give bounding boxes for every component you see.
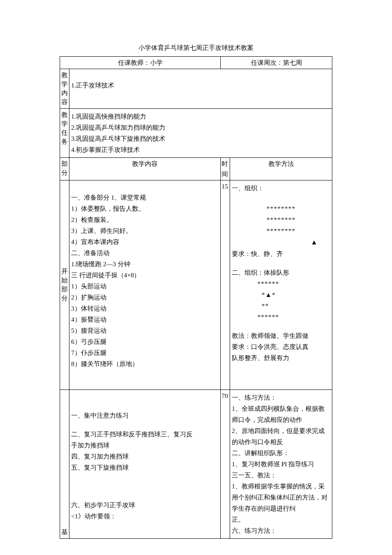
content-line: <1》动作要领： bbox=[71, 511, 219, 521]
col-method: 教学方法 bbox=[230, 158, 332, 180]
task-item: 2.巩固提高乒乓球加力挡球的能力 bbox=[71, 122, 330, 133]
lesson-table: 任课教师：小学 任课周次：第七周 教学内容 1.正手攻球技术 教学任务 1.巩固… bbox=[60, 56, 332, 539]
method-line: 二、讲解组织队形： bbox=[232, 448, 330, 458]
ex-item: 2）扩胸运动 bbox=[71, 292, 219, 302]
teach-content-value: 1.正手攻球技术 bbox=[69, 69, 332, 109]
basic-time: 70 bbox=[221, 390, 230, 539]
start-content: 一、准备部分 1、课堂常规 1）体委整队，报告人数。 2）检查服装。 3）上课、… bbox=[69, 180, 221, 390]
start-method: 一、组织： ******** ******** ******** ▲ 要求：快、… bbox=[230, 180, 332, 390]
formation-stars: ****** bbox=[232, 312, 330, 322]
formation-stars: ******** bbox=[232, 203, 330, 214]
ex-item: 4）振臂运动 bbox=[71, 314, 219, 325]
teach-content-row: 教学内容 1.正手攻球技术 bbox=[60, 69, 332, 109]
basic-part-label: 基 bbox=[60, 390, 69, 539]
method-line: 二、组织：体操队形 bbox=[232, 267, 330, 278]
basic-part-row: 基 一、集中注意力练习 二、复习正手挡球和反手推挡球三、复习反 手加力推挡球 四… bbox=[60, 390, 332, 539]
method-line: 队形整齐、舒展有力 bbox=[232, 353, 330, 363]
col-time: 时间 bbox=[221, 158, 230, 180]
formation-stars: ** bbox=[232, 301, 330, 311]
method-line: 用个别纠正和集体纠正的方法，对 bbox=[232, 492, 330, 503]
content-line: 四、复习加力推挡球 bbox=[71, 451, 219, 462]
ex-item: 8）膝关节绕环（原地） bbox=[71, 359, 219, 369]
start-part-row: 开始部分 一、准备部分 1、课堂常规 1）体委整队，报告人数。 2）检查服装。 … bbox=[60, 180, 332, 390]
method-line: 三一五、教法： bbox=[232, 470, 330, 480]
vertical-label: 教学任务 bbox=[61, 110, 68, 146]
prep-item: 3）上课、师生问好。 bbox=[71, 226, 219, 236]
method-line: 1、复习时教师巡 PI 指导练习 bbox=[232, 459, 330, 469]
ex-item: 3）体转运动 bbox=[71, 303, 219, 314]
triangle-icon: ▲ bbox=[232, 237, 330, 248]
formation-stars: ******** bbox=[232, 215, 330, 225]
formation-stars: ****** bbox=[232, 279, 330, 289]
method-line: 一、练习方法： bbox=[232, 392, 330, 403]
method-line: 1、全班成四列横队集合，根据教 bbox=[232, 404, 330, 414]
method-line: 的动作与口令相反 bbox=[232, 437, 330, 447]
formation-stars: *▲* bbox=[232, 290, 330, 300]
teach-content-label: 教学内容 bbox=[60, 69, 69, 109]
ex-item: 6）弓步压腿 bbox=[71, 337, 219, 347]
method-line: 要求：口令洪亮、态度认真 bbox=[232, 342, 330, 352]
vertical-label: 开始部分 bbox=[61, 267, 68, 303]
ex-item: 5）腹背运动 bbox=[71, 325, 219, 336]
content-line: 六、初步学习正手攻球 bbox=[71, 500, 219, 510]
method-line: 2、原地四面转向，但是要求完成 bbox=[232, 426, 330, 436]
column-header-row: 部分 教学内容 时间 教学方法 bbox=[60, 158, 332, 180]
header-row: 任课教师：小学 任课周次：第七周 bbox=[60, 57, 332, 69]
ex-item: 1）头部运动 bbox=[71, 281, 219, 291]
content-line: 五、复习下旋推挡球 bbox=[71, 462, 219, 473]
content-line: 二、复习正手挡球和反手推挡球三、复习反 bbox=[71, 429, 219, 439]
formation-stars: ******** bbox=[232, 226, 330, 236]
col-part: 部分 bbox=[60, 158, 69, 180]
act-item: 三 行进间徒手操（4×8） bbox=[71, 270, 219, 280]
basic-method: 一、练习方法： 1、全班成四列横队集合，根据教 师口令，完成相应的动作 2、原地… bbox=[230, 390, 332, 539]
start-part-label: 开始部分 bbox=[60, 180, 69, 390]
prep-item: 4）宣布本课内容 bbox=[71, 237, 219, 247]
basic-content: 一、集中注意力练习 二、复习正手挡球和反手推挡球三、复习反 手加力推挡球 四、复… bbox=[69, 390, 221, 539]
method-line: 一、组织： bbox=[232, 183, 330, 193]
vertical-label: 教学内容 bbox=[61, 71, 68, 107]
method-line: 六、练习方法： bbox=[232, 526, 330, 536]
task-item: 3.巩固提高乒乓球下旋推挡的技术 bbox=[71, 134, 330, 144]
page-title: 小学体育乒乓球第七周正手攻球技术教案 bbox=[60, 43, 332, 53]
vertical-label: 基 bbox=[61, 528, 68, 537]
method-line: 学生存在的问题进行纠 bbox=[232, 503, 330, 514]
prep-title: 一、准备部分 1、课堂常规 bbox=[71, 192, 219, 203]
method-line: 要求：快、静、齐 bbox=[232, 249, 330, 259]
col-content: 教学内容 bbox=[69, 158, 221, 180]
method-line: 1、教师根据学生掌握的情况，采 bbox=[232, 481, 330, 491]
teach-task-row: 教学任务 1.巩固提高快推挡球的能力 2.巩固提高乒乓球加力挡球的能力 3.巩固… bbox=[60, 109, 332, 158]
task-item: 1.巩固提高快推挡球的能力 bbox=[71, 111, 330, 122]
content-line: 一、集中注意力练习 bbox=[71, 410, 219, 421]
teach-task-label: 教学任务 bbox=[60, 109, 69, 158]
task-item: 4.初步掌握正手攻球技术 bbox=[71, 145, 330, 155]
teacher-cell: 任课教师：小学 bbox=[60, 57, 221, 69]
vertical-label: 时间 bbox=[222, 159, 229, 179]
method-line: 正。 bbox=[232, 514, 330, 525]
method-line: 教法：教师领做、学生跟做 bbox=[232, 331, 330, 341]
method-line: 师口令，完成相应的动作 bbox=[232, 415, 330, 425]
week-cell: 任课周次：第七周 bbox=[221, 57, 332, 69]
start-time: 15 bbox=[221, 180, 230, 390]
vertical-label: 部分 bbox=[61, 160, 68, 177]
prep-item: 2）检查服装。 bbox=[71, 215, 219, 225]
prep-item: 1）体委整队，报告人数。 bbox=[71, 203, 219, 214]
content-line: 手加力推挡球 bbox=[71, 440, 219, 450]
act-item: 1.绕场慢跑 2—3 分钟 bbox=[71, 259, 219, 269]
act-title: 二、准备活动 bbox=[71, 248, 219, 258]
ex-item: 7）仆步压腿 bbox=[71, 348, 219, 358]
teach-task-value: 1.巩固提高快推挡球的能力 2.巩固提高乒乓球加力挡球的能力 3.巩固提高乒乓球… bbox=[69, 109, 332, 158]
